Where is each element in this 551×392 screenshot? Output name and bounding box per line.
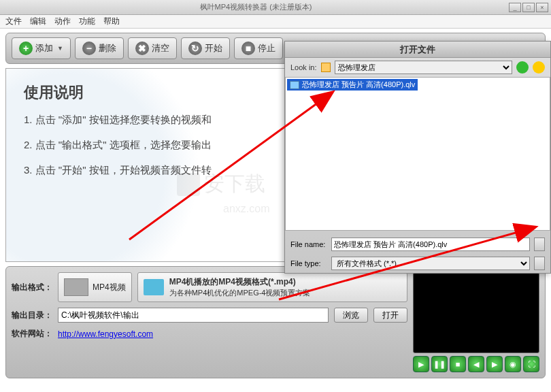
menubar: 文件 编辑 动作 功能 帮助 [0,15,551,29]
clear-label: 清空 [152,42,169,54]
next-control[interactable]: ▶ [486,356,503,372]
instructions-heading: 使用说明 [24,82,527,103]
stop-label: 停止 [258,42,276,54]
play-icon: ↻ [188,42,202,55]
output-dir-input[interactable] [58,308,329,323]
up-icon[interactable] [533,61,545,74]
folder-icon [144,279,164,295]
start-button[interactable]: ↻ 开始 [181,37,230,59]
output-dir-label: 输出目录： [12,310,52,321]
filename-input[interactable] [331,238,530,251]
dialog-cancel-button[interactable] [534,257,545,270]
menu-help[interactable]: 帮助 [103,16,120,27]
browse-button[interactable]: 浏览 [334,308,368,323]
format-selector[interactable]: MP4视频 [58,272,132,302]
window-titlebar: 枫叶MP4视频转换器 (未注册版本) _ □ × [0,0,551,15]
menu-edit[interactable]: 编辑 [30,16,46,27]
lookin-select[interactable]: 恐怖理发店 [335,61,512,74]
player-controls: ▶ ❚❚ ■ ◀ ▶ ◉ ⛶ [413,356,539,372]
filename-label: File name: [290,240,327,248]
open-button[interactable]: 打开 [373,308,407,323]
site-label: 软件网站： [12,328,52,340]
prev-control[interactable]: ◀ [468,356,484,372]
delete-button[interactable]: − 删除 [75,37,124,59]
menu-file[interactable]: 文件 [5,16,22,27]
output-format-label: 输出格式： [12,282,52,293]
stop-icon: ■ [241,42,255,55]
start-label: 开始 [205,42,222,54]
window-title: 枫叶MP4视频转换器 (未注册版本) [3,2,509,12]
fullscreen-control[interactable]: ⛶ [523,356,539,372]
dialog-open-button[interactable] [534,238,545,251]
clear-button[interactable]: ✖ 清空 [128,37,177,59]
menu-action[interactable]: 动作 [54,16,71,27]
add-button[interactable]: + 添加 ▼ [12,37,71,59]
format-thumb-icon [64,278,88,296]
pause-control[interactable]: ❚❚ [431,356,448,372]
instruction-2: 2. 点击 "输出格式" 选项框，选择您要输出 [24,139,527,152]
stop-button[interactable]: ■ 停止 [234,37,283,59]
back-icon[interactable] [516,61,529,74]
snapshot-control[interactable]: ◉ [505,356,521,372]
instruction-3: 3. 点击 "开始" 按钮，开始视频音频文件转 [24,164,527,177]
folder-small-icon [321,63,331,72]
stop-control[interactable]: ■ [450,356,466,372]
maximize-button[interactable]: □ [522,3,535,12]
dialog-title: 打开文件 [285,42,550,58]
play-control[interactable]: ▶ [413,356,429,372]
instruction-1: 1. 点击 "添加" 按钮选择您要转换的视频和 [24,114,527,127]
video-preview [413,272,539,353]
filetype-label: File type: [290,259,327,267]
delete-label: 删除 [99,42,116,54]
add-label: 添加 [35,42,53,54]
minimize-button[interactable]: _ [509,3,521,12]
lookin-label: Look in: [290,63,317,71]
filetype-select[interactable]: 所有文件格式 (*.*) [331,257,530,270]
format-title: MP4机播放的MP4视频格式(*.mp4) [169,276,311,288]
trash-icon: ✖ [135,42,149,55]
close-button[interactable]: × [536,3,548,12]
site-link[interactable]: http://www.fengyesoft.com [58,329,153,339]
bottom-panel: 输出格式： MP4视频 MP4机播放的MP4视频格式(*.mp4) 为各种MP4… [5,266,546,378]
menu-function[interactable]: 功能 [79,16,95,27]
format-desc: 为各种MP4机优化的MPEG-4视频预置方案 [169,288,311,298]
minus-icon: − [82,42,96,55]
plus-icon: + [19,42,33,55]
format-description-box[interactable]: MP4机播放的MP4视频格式(*.mp4) 为各种MP4机优化的MPEG-4视频… [137,272,407,302]
dropdown-icon: ▼ [57,45,63,52]
open-file-dialog: 打开文件 Look in: 恐怖理发店 恐怖理发店 预告片 高清(480P).q… [284,41,551,274]
format-name: MP4视频 [93,282,126,293]
